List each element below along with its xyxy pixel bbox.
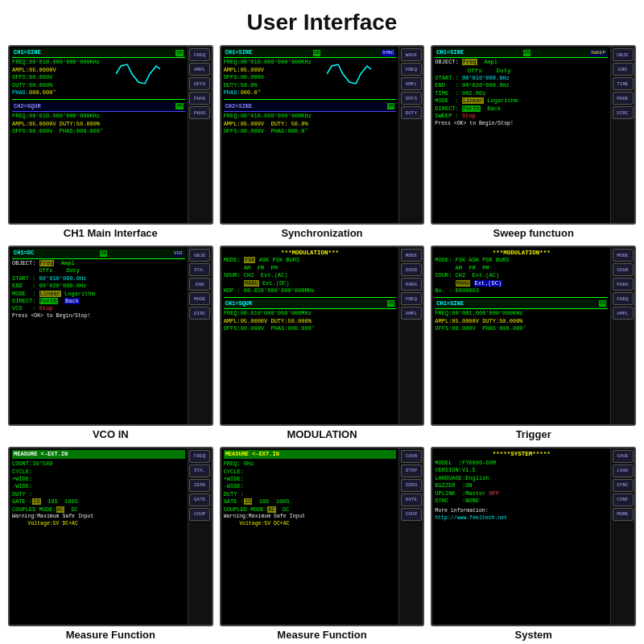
sidebar-mod: MODE SOUR PARA FREQ AMPL: [398, 247, 423, 423]
btn-ampl-s[interactable]: AMPL: [401, 77, 422, 90]
cell-system: *****SYSTEM***** MODEL :FY6800-60M VERSI…: [431, 447, 636, 641]
screen-system: *****SYSTEM***** MODEL :FY6800-60M VERSI…: [431, 447, 636, 626]
cell-vco: CH1=DC ON VCO OBJECT: Freq Ampl Offs Dut…: [8, 246, 213, 440]
btn-sour-m[interactable]: SOUR: [401, 263, 422, 276]
screen-main-sweep: CH1=SINE ON SWEEP OBJECT: Freq Ampl Offs…: [432, 47, 610, 223]
btn-load-sys[interactable]: LOAD: [613, 464, 634, 477]
btn-ampl-t[interactable]: AMPL: [613, 307, 634, 320]
btn-sta-v[interactable]: STA.: [189, 263, 210, 276]
btn-dirc-v[interactable]: DIRC: [189, 307, 210, 320]
cell-sweep: CH1=SINE ON SWEEP OBJECT: Freq Ampl Offs…: [431, 45, 636, 239]
btn-mode-m[interactable]: MODE: [401, 249, 422, 262]
label-sweep: Sweep functuon: [493, 227, 573, 239]
label-sync: Synchronization: [281, 227, 362, 239]
sidebar-vco: OBJE STA. END MODE DIRC: [188, 247, 212, 423]
btn-stop-me[interactable]: STOP: [401, 464, 422, 477]
btn-more-sys[interactable]: MORE: [613, 508, 634, 521]
cell-measure-fn: MEASURE <-EXT.IN COUNT:39'589 CYCLE: +WI…: [8, 447, 213, 641]
btn-para-m[interactable]: PARA: [401, 278, 422, 291]
screen-trigger: ***MODULATION*** MODE: FSK ASK PSK BURS …: [431, 246, 636, 425]
cell-trigger: ***MODULATION*** MODE: FSK ASK PSK BURS …: [431, 246, 636, 440]
btn-zero-mf[interactable]: ZERO: [189, 479, 210, 492]
screen-modulation: ***MODULATION*** MODE: FSK ASK PSK BURS …: [220, 246, 425, 425]
label-mfn: Measure Function: [66, 629, 155, 641]
label-mext: Measure Function: [277, 629, 366, 641]
btn-coup-mf[interactable]: COUP: [189, 508, 210, 521]
cell-sync: CH1=SINE ON SYNC FREQ:00'010.000'000'000…: [220, 45, 425, 239]
sidebar-ch1-main: FREQ AMPL OFFS PHAS PHAS: [188, 47, 212, 223]
btn-freq-mf[interactable]: FREQ: [189, 450, 210, 463]
btn-conf-sys[interactable]: CONF: [613, 493, 634, 506]
btn-end-v[interactable]: END: [189, 278, 210, 291]
label-sys: System: [515, 629, 552, 641]
screen-sweep: CH1=SINE ON SWEEP OBJECT: Freq Ampl Offs…: [431, 45, 636, 225]
btn-mode[interactable]: MODE: [613, 92, 634, 105]
btn-offs[interactable]: OFFS: [189, 77, 210, 90]
sidebar-mext: COUN STOP ZERO GATE COUP: [398, 448, 423, 625]
btn-coun-me[interactable]: COUN: [401, 450, 422, 463]
btn-para-t[interactable]: PARA: [613, 278, 634, 291]
btn-zero-me[interactable]: ZERO: [401, 479, 422, 492]
btn-freq-t[interactable]: FREQ: [613, 292, 634, 305]
btn-coup-me[interactable]: COUP: [401, 508, 422, 521]
screen-vco: CH1=DC ON VCO OBJECT: Freq Ampl Offs Dut…: [8, 246, 213, 425]
label-mod: MODULATION: [287, 428, 357, 440]
sidebar-mfn: FREQ STA. ZERO GATE COUP: [188, 448, 212, 625]
screen-main-mod: ***MODULATION*** MODE: FSK ASK PSK BURS …: [221, 247, 399, 423]
btn-mode-v[interactable]: MODE: [189, 292, 210, 305]
screen-main-mext: MEASURE <-EXT.IN FREQ: 0Hz CYCLE: +WIDE:…: [221, 448, 399, 625]
screen-main-sys: *****SYSTEM***** MODEL :FY6800-60M VERSI…: [432, 448, 610, 625]
btn-gate-me[interactable]: GATE: [401, 493, 422, 506]
cell-measure-ext: MEASURE <-EXT.IN FREQ: 0Hz CYCLE: +WIDE:…: [220, 447, 425, 641]
btn-dirc[interactable]: DIRC: [613, 106, 634, 119]
btn-wave[interactable]: WAVE: [401, 48, 422, 61]
btn-ampl[interactable]: AMPL: [189, 63, 210, 76]
sidebar-sync: WAVE FREQ AMPL OFFS DUTY: [398, 47, 423, 223]
btn-mode-t[interactable]: MODE: [613, 249, 634, 262]
page-title: User Interface: [0, 0, 644, 42]
btn-time[interactable]: TIME: [613, 77, 634, 90]
screen-main-trig: ***MODULATION*** MODE: FSK ASK PSK BURS …: [432, 247, 610, 423]
btn-sta-mf[interactable]: STA.: [189, 464, 210, 477]
sidebar-trig: MODE SOUR PARA FREQ AMPL: [610, 247, 634, 423]
screen-ch1-main: CH1=SINE ON FREQ:00'010.000'000'000KHz A…: [8, 45, 213, 225]
sidebar-sweep: OBJE END TIME MODE DIRC: [610, 47, 634, 223]
screen-main-sync: CH1=SINE ON SYNC FREQ:00'010.000'000'000…: [221, 47, 399, 223]
btn-freq-s[interactable]: FREQ: [401, 63, 422, 76]
label-ch1-main: CH1 Main Interface: [64, 227, 158, 239]
screen-main-ch1: CH1=SINE ON FREQ:00'010.000'000'000KHz A…: [10, 47, 188, 223]
screen-main-mfn: MEASURE <-EXT.IN COUNT:39'589 CYCLE: +WI…: [10, 448, 188, 625]
btn-sour-t[interactable]: SOUR: [613, 263, 634, 276]
btn-duty-s[interactable]: DUTY: [401, 106, 422, 119]
screen-sync: CH1=SINE ON SYNC FREQ:00'010.000'000'000…: [220, 45, 425, 225]
btn-sync-sys[interactable]: SYNC: [613, 479, 634, 492]
btn-phas2[interactable]: PHAS: [189, 106, 210, 119]
label-trig: Trigger: [516, 428, 551, 440]
cell-ch1-main: CH1=SINE ON FREQ:00'010.000'000'000KHz A…: [8, 45, 213, 239]
cell-modulation: ***MODULATION*** MODE: FSK ASK PSK BURS …: [220, 246, 425, 440]
btn-end[interactable]: END: [613, 63, 634, 76]
btn-freq-m[interactable]: FREQ: [401, 292, 422, 305]
label-vco: VCO IN: [93, 428, 129, 440]
btn-freq[interactable]: FREQ: [189, 48, 210, 61]
screen-measure-ext: MEASURE <-EXT.IN FREQ: 0Hz CYCLE: +WIDE:…: [220, 447, 425, 626]
btn-offs-s[interactable]: OFFS: [401, 92, 422, 105]
btn-phas[interactable]: PHAS: [189, 92, 210, 105]
btn-obje-v[interactable]: OBJE: [189, 249, 210, 262]
btn-ampl-m[interactable]: AMPL: [401, 307, 422, 320]
ui-grid: CH1=SINE ON FREQ:00'010.000'000'000KHz A…: [0, 42, 644, 644]
btn-obje[interactable]: OBJE: [613, 48, 634, 61]
screen-main-vco: CH1=DC ON VCO OBJECT: Freq Ampl Offs Dut…: [10, 247, 188, 423]
sidebar-sys: SAVE LOAD SYNC CONF MORE: [610, 448, 634, 625]
screen-measure-fn: MEASURE <-EXT.IN COUNT:39'589 CYCLE: +WI…: [8, 447, 213, 626]
btn-gate-mf[interactable]: GATE: [189, 493, 210, 506]
btn-save-sys[interactable]: SAVE: [613, 450, 634, 463]
